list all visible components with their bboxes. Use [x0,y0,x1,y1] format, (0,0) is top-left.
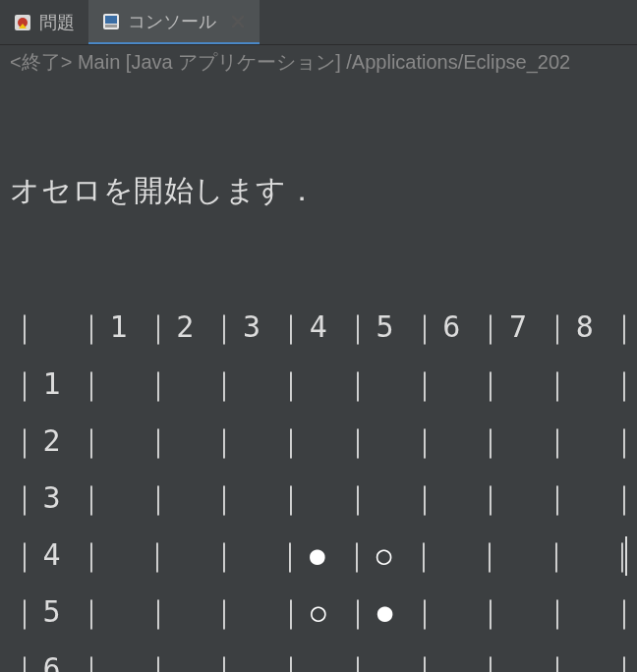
tab-problems-label: 問題 [39,11,75,34]
col-header: 7 [493,305,543,351]
pipe: ｜ [609,305,627,351]
pipe: ｜ [276,476,294,522]
pipe: ｜ [276,419,294,465]
pipe: ｜ [476,646,493,672]
piece-black: ● [293,535,342,575]
pipe: ｜ [10,589,28,636]
col-header: 4 [294,305,343,351]
col-header: 2 [161,305,210,351]
pipe: ｜ [343,305,361,351]
board-row: ｜5｜｜｜｜○｜●｜｜｜｜ [10,585,627,642]
pipe: ｜ [342,532,360,579]
row-label: 2 [28,419,77,465]
pipe: ｜ [10,476,28,522]
process-path: Main [Java アプリケーション] /Applications/Eclip… [78,51,570,73]
board-row: ｜1｜｜｜｜｜｜｜｜｜ [10,357,627,414]
terminated-label: <終了> [10,51,72,73]
pipe: ｜ [476,476,493,522]
pipe: ｜ [276,362,294,408]
pipe: ｜ [542,532,559,579]
pipe: ｜ [144,646,161,672]
pipe: ｜ [77,419,94,465]
start-message: オセロを開始します． [10,167,627,214]
process-status: <終了> Main [Java アプリケーション] /Applications/… [0,45,637,78]
col-header: 5 [361,305,410,351]
pipe: ｜ [609,589,627,636]
pipe: ｜ [10,646,28,672]
pipe: ｜ [543,646,560,672]
pipe: ｜ [77,532,94,579]
pipe: ｜ [209,646,227,672]
piece-white: ○ [294,592,343,632]
pipe: ｜ [276,646,294,672]
pipe: ｜ [609,362,627,408]
pipe: ｜ [77,646,94,672]
pipe: ｜ [410,419,428,465]
pipe: ｜ [209,532,227,579]
pipe: ｜ [343,646,361,672]
row-label: 3 [28,476,77,522]
row-label: 6 [28,646,77,672]
pipe: ｜ [10,362,28,408]
board-grid: ｜｜1｜2｜3｜4｜5｜6｜7｜8｜｜1｜｜｜｜｜｜｜｜｜｜2｜｜｜｜｜｜｜｜｜… [10,300,627,672]
pipe: ｜ [476,589,493,636]
pipe: ｜ [144,362,161,408]
piece-white: ○ [360,535,409,575]
pipe: ｜ [410,646,428,672]
tab-problems[interactable]: 問題 [0,0,88,44]
pipe: ｜ [10,532,28,579]
pipe: ｜ [409,532,427,579]
pipe: ｜ [343,419,361,465]
pipe: ｜ [77,362,94,408]
pipe: ｜ [476,362,493,408]
pipe: ｜ [608,532,625,579]
pipe: ｜ [343,362,361,408]
pipe: ｜ [410,362,428,408]
svg-rect-3 [105,16,117,24]
pipe: ｜ [77,589,94,636]
col-header: 6 [428,305,477,351]
pipe: ｜ [276,589,294,636]
pipe: ｜ [343,589,361,636]
text-cursor [625,536,627,576]
pipe: ｜ [476,419,493,465]
pipe: ｜ [209,589,227,636]
col-header: 1 [94,305,144,351]
piece-black: ● [361,592,410,632]
pipe: ｜ [609,419,627,465]
pipe: ｜ [77,305,94,351]
board-row: ｜3｜｜｜｜｜｜｜｜｜ [10,471,627,528]
pipe: ｜ [275,532,293,579]
pipe: ｜ [144,305,161,351]
board-row: ｜4｜｜｜｜●｜○｜｜｜｜ [10,528,627,585]
pipe: ｜ [77,476,94,522]
pipe: ｜ [143,532,160,579]
pipe: ｜ [543,589,560,636]
pipe: ｜ [144,476,161,522]
pipe: ｜ [609,646,627,672]
pipe: ｜ [410,305,428,351]
console-output[interactable]: オセロを開始します． ｜｜1｜2｜3｜4｜5｜6｜7｜8｜｜1｜｜｜｜｜｜｜｜｜… [0,78,637,672]
pipe: ｜ [144,419,161,465]
pipe: ｜ [543,305,560,351]
pipe: ｜ [209,305,227,351]
board-header-row: ｜｜1｜2｜3｜4｜5｜6｜7｜8｜ [10,300,627,357]
pipe: ｜ [543,476,560,522]
pipe: ｜ [276,305,294,351]
row-label: 5 [28,589,77,636]
pipe: ｜ [10,419,28,465]
pipe: ｜ [343,476,361,522]
tab-console-label: コンソール [128,10,216,33]
row-label: 4 [28,532,77,579]
tab-console[interactable]: コンソール [88,0,260,44]
close-icon[interactable] [230,14,246,29]
tab-bar: 問題 コンソール [0,0,637,45]
problems-icon [14,14,31,31]
pipe: ｜ [10,305,28,351]
pipe: ｜ [543,419,560,465]
pipe: ｜ [410,589,428,636]
col-header: 3 [227,305,276,351]
pipe: ｜ [609,476,627,522]
pipe: ｜ [209,476,227,522]
pipe: ｜ [209,419,227,465]
